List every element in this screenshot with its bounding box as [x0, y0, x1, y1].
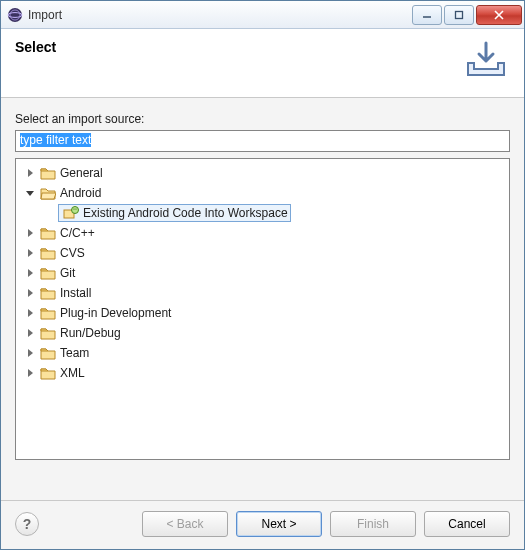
next-button[interactable]: Next > — [236, 511, 322, 537]
expand-icon[interactable] — [24, 167, 36, 179]
wizard-footer: ? < Back Next > Finish Cancel — [1, 500, 524, 549]
tree-label: XML — [60, 366, 85, 380]
expand-icon[interactable] — [24, 287, 36, 299]
tree-node-rundebug[interactable]: Run/Debug — [18, 323, 507, 343]
tree-node-existing-android-code[interactable]: Existing Android Code Into Workspace — [18, 203, 507, 223]
tree-label: CVS — [60, 246, 85, 260]
maximize-button[interactable] — [444, 5, 474, 25]
svg-rect-4 — [456, 11, 463, 18]
banner-heading: Select — [15, 39, 56, 55]
folder-icon — [40, 286, 56, 300]
tree-label: Team — [60, 346, 89, 360]
tree-label: C/C++ — [60, 226, 95, 240]
tree-label: Run/Debug — [60, 326, 121, 340]
folder-open-icon — [40, 186, 56, 200]
tree-label: Install — [60, 286, 91, 300]
button-row: < Back Next > Finish Cancel — [39, 511, 510, 537]
folder-icon — [40, 306, 56, 320]
finish-button: Finish — [330, 511, 416, 537]
svg-point-6 — [72, 207, 79, 214]
titlebar[interactable]: Import — [1, 1, 524, 29]
folder-icon — [40, 346, 56, 360]
window-controls — [410, 5, 522, 25]
source-label: Select an import source: — [15, 112, 510, 126]
tree-node-ccpp[interactable]: C/C++ — [18, 223, 507, 243]
minimize-button[interactable] — [412, 5, 442, 25]
tree-label: Existing Android Code Into Workspace — [83, 206, 288, 220]
tree-node-general[interactable]: General — [18, 163, 507, 183]
filter-input[interactable]: type filter text — [15, 130, 510, 152]
wizard-banner: Select — [1, 29, 524, 98]
expand-icon[interactable] — [24, 347, 36, 359]
folder-icon — [40, 246, 56, 260]
expand-icon[interactable] — [24, 327, 36, 339]
tree-selection: Existing Android Code Into Workspace — [58, 204, 291, 222]
expand-icon[interactable] — [24, 227, 36, 239]
close-button[interactable] — [476, 5, 522, 25]
filter-text: type filter text — [20, 133, 91, 147]
tree-node-install[interactable]: Install — [18, 283, 507, 303]
tree-node-git[interactable]: Git — [18, 263, 507, 283]
wizard-body: Select an import source: type filter tex… — [1, 98, 524, 500]
tree-node-xml[interactable]: XML — [18, 363, 507, 383]
back-button: < Back — [142, 511, 228, 537]
folder-icon — [40, 326, 56, 340]
tree-node-team[interactable]: Team — [18, 343, 507, 363]
help-button[interactable]: ? — [15, 512, 39, 536]
folder-icon — [40, 226, 56, 240]
expand-icon[interactable] — [24, 307, 36, 319]
expand-icon[interactable] — [24, 367, 36, 379]
folder-icon — [40, 266, 56, 280]
tree-node-plugin-dev[interactable]: Plug-in Development — [18, 303, 507, 323]
import-tree[interactable]: General Android Existing Android Code In… — [15, 158, 510, 460]
folder-icon — [40, 166, 56, 180]
expand-icon[interactable] — [24, 247, 36, 259]
tree-node-cvs[interactable]: CVS — [18, 243, 507, 263]
folder-icon — [40, 366, 56, 380]
import-icon — [462, 39, 510, 79]
eclipse-icon — [7, 7, 23, 23]
tree-label: Plug-in Development — [60, 306, 171, 320]
tree-label: Android — [60, 186, 101, 200]
expand-icon[interactable] — [24, 267, 36, 279]
cancel-button[interactable]: Cancel — [424, 511, 510, 537]
android-project-icon — [63, 206, 79, 220]
spacer — [15, 460, 510, 490]
svg-point-8 — [75, 208, 76, 209]
import-dialog: Import Select Select an import source: t… — [0, 0, 525, 550]
tree-label: Git — [60, 266, 75, 280]
window-title: Import — [28, 8, 410, 22]
tree-node-android[interactable]: Android — [18, 183, 507, 203]
collapse-icon[interactable] — [24, 187, 36, 199]
tree-label: General — [60, 166, 103, 180]
svg-point-7 — [73, 208, 74, 209]
